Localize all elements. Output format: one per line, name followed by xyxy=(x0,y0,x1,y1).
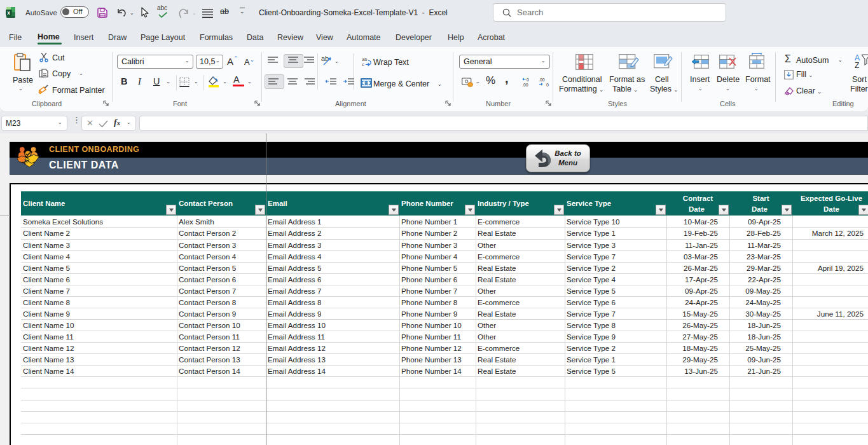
svg-text:c: c xyxy=(362,62,364,67)
svg-text:0: 0 xyxy=(546,83,549,87)
svg-text:.00: .00 xyxy=(539,78,545,82)
svg-text:x: x xyxy=(7,10,10,16)
svg-text:0: 0 xyxy=(527,78,529,82)
svg-text:.00: .00 xyxy=(522,83,528,87)
